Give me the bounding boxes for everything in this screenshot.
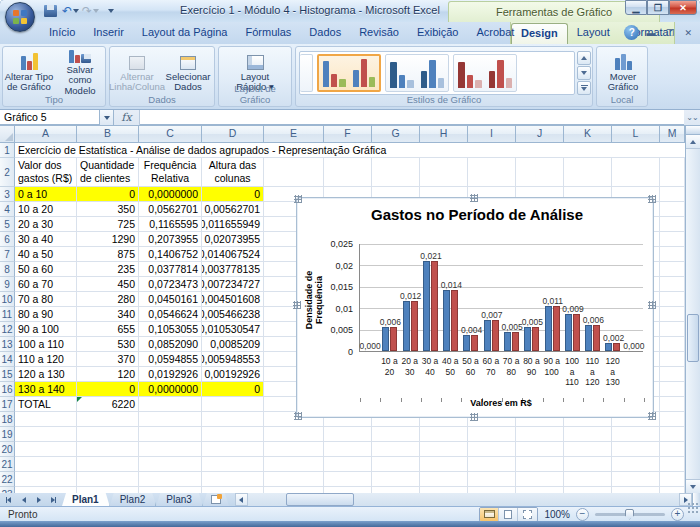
cell-empty[interactable] [139, 442, 202, 457]
bar-series1[interactable] [545, 306, 552, 351]
first-sheet-icon[interactable] [2, 494, 15, 505]
scroll-down-icon[interactable] [686, 479, 700, 493]
cell-empty[interactable] [202, 427, 264, 442]
bar-series1[interactable] [524, 327, 531, 351]
cell-empty[interactable] [264, 472, 324, 487]
cell-empty[interactable] [372, 472, 420, 487]
cell-height[interactable]: 0,00562701 [202, 202, 264, 217]
row-header-8[interactable]: 8 [0, 262, 15, 277]
gallery-down-icon[interactable] [577, 66, 591, 80]
cell-empty[interactable] [516, 457, 564, 472]
tab-inserir[interactable]: Inserir [84, 22, 133, 44]
cell-empty[interactable] [324, 427, 372, 442]
bar-series2[interactable] [532, 327, 539, 351]
header-altura[interactable]: Altura das colunas [202, 158, 264, 187]
cell-freq[interactable]: 0,0377814 [139, 262, 202, 277]
zoom-slider[interactable] [595, 513, 665, 516]
cell-range[interactable]: 110 a 120 [15, 352, 77, 367]
save-icon[interactable] [42, 3, 59, 19]
selection-handle[interactable] [294, 195, 302, 203]
cell-empty[interactable] [420, 472, 468, 487]
cell-range[interactable]: 100 a 110 [15, 337, 77, 352]
cell-empty[interactable] [660, 262, 685, 277]
fx-icon[interactable]: fx [114, 110, 140, 125]
cell-empty[interactable] [15, 472, 77, 487]
cell-empty[interactable] [516, 442, 564, 457]
row-header-2[interactable]: 2 [0, 158, 15, 187]
cell-empty[interactable] [612, 442, 660, 457]
cell-height[interactable]: 0,00192926 [202, 367, 264, 382]
tab-início[interactable]: Início [40, 22, 84, 44]
select-all-corner[interactable] [0, 126, 15, 143]
move-chart-button[interactable]: MoverGráfico [598, 50, 648, 94]
sheet-title-cell[interactable]: Exercício de Estatística - Análise de da… [15, 143, 685, 158]
cell-qty[interactable]: 370 [77, 352, 139, 367]
cell-empty[interactable] [264, 442, 324, 457]
bar-series2[interactable] [390, 327, 397, 351]
selection-handle[interactable] [470, 194, 478, 202]
row-header-21[interactable]: 21 [0, 457, 15, 472]
prev-sheet-icon[interactable] [17, 494, 30, 505]
cell-freq[interactable]: 0,1053055 [139, 322, 202, 337]
cell-empty[interactable] [15, 442, 77, 457]
cell-freq[interactable]: 0,0852090 [139, 337, 202, 352]
resize-grip[interactable] [687, 502, 698, 513]
row-header-19[interactable]: 19 [0, 427, 15, 442]
cell-empty[interactable] [660, 382, 685, 397]
gallery-up-icon[interactable] [577, 51, 591, 65]
cell-empty[interactable] [660, 442, 685, 457]
cell-empty[interactable] [420, 158, 468, 187]
cell-empty[interactable] [468, 472, 516, 487]
cell-height[interactable]: 0,011655949 [202, 217, 264, 232]
cell-freq[interactable]: 0,0000000 [139, 187, 202, 202]
row-header-20[interactable]: 20 [0, 442, 15, 457]
header-valor[interactable]: Valor dos gastos (R$) [15, 158, 77, 187]
bar-series1[interactable] [585, 325, 592, 351]
cell-freq[interactable]: 0,0000000 [139, 382, 202, 397]
select-data-button[interactable]: SelecionarDados [163, 50, 213, 94]
cell-empty[interactable] [660, 427, 685, 442]
chart-x-axis-title[interactable]: Valores em R$ [359, 398, 643, 408]
cell-empty[interactable] [372, 158, 420, 187]
cell-empty[interactable] [660, 158, 685, 187]
cell-empty[interactable] [372, 457, 420, 472]
bar-series1[interactable] [382, 327, 389, 351]
cell-empty[interactable] [660, 217, 685, 232]
cell-empty[interactable] [660, 337, 685, 352]
cell-empty[interactable] [77, 427, 139, 442]
row-header-10[interactable]: 10 [0, 292, 15, 307]
cell-empty[interactable] [468, 457, 516, 472]
cell-range[interactable]: 10 a 20 [15, 202, 77, 217]
cell-empty[interactable] [77, 412, 139, 427]
cell-empty[interactable] [660, 367, 685, 382]
tab-layout-da-página[interactable]: Layout da Página [133, 22, 237, 44]
cell-freq[interactable]: 0,2073955 [139, 232, 202, 247]
vertical-scroll-track[interactable] [686, 149, 700, 479]
selection-handle[interactable] [293, 301, 301, 309]
tab-dados[interactable]: Dados [300, 22, 350, 44]
cell-height[interactable]: 0,010530547 [202, 322, 264, 337]
cell-empty[interactable] [77, 472, 139, 487]
bar-series2[interactable] [451, 290, 458, 351]
cell-empty[interactable] [324, 442, 372, 457]
name-box[interactable]: Gráfico 5 [0, 110, 100, 125]
row-header-5[interactable]: 5 [0, 217, 15, 232]
zoom-level[interactable]: 100% [544, 509, 570, 520]
sheet-tab-plan3[interactable]: Plan3 [156, 493, 203, 506]
cell-qty[interactable]: 120 [77, 367, 139, 382]
cell-empty[interactable] [660, 277, 685, 292]
row-header-11[interactable]: 11 [0, 307, 15, 322]
cell-range[interactable]: 20 a 30 [15, 217, 77, 232]
cell-empty[interactable] [660, 292, 685, 307]
cell-empty[interactable] [564, 427, 612, 442]
help-icon[interactable]: ? [624, 25, 639, 40]
zoom-slider-thumb[interactable] [625, 509, 634, 520]
cell-height[interactable]: 0 [202, 382, 264, 397]
bar-series2[interactable] [411, 301, 418, 351]
row-header-3[interactable]: 3 [0, 187, 15, 202]
cell-empty[interactable] [612, 472, 660, 487]
redo-icon[interactable]: ↷ [82, 3, 99, 19]
cell-range[interactable]: 70 a 80 [15, 292, 77, 307]
chart-object[interactable]: Gastos no Período de Análise Densidade d… [296, 197, 654, 418]
horizontal-scroll-thumb[interactable] [286, 493, 354, 506]
